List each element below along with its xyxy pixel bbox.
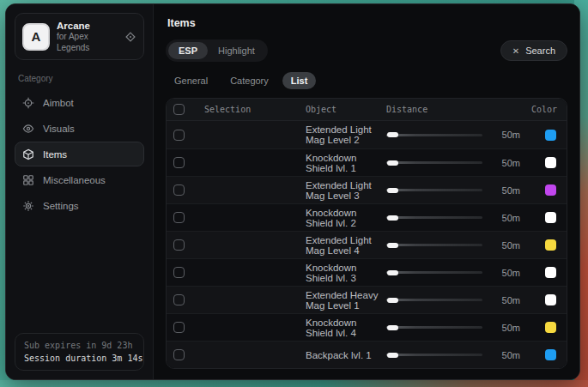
distance-slider[interactable]	[386, 184, 482, 197]
color-swatch[interactable]	[545, 157, 556, 168]
crosshair-icon	[22, 97, 34, 109]
slider-track	[386, 161, 482, 164]
object-name: Knockdown Shield lvl. 1	[306, 153, 386, 173]
row-checkbox[interactable]	[173, 239, 185, 251]
controls-row: ESP Highlight ✕ Search	[166, 39, 567, 62]
color-swatch[interactable]	[545, 212, 556, 223]
distance-cell: 50m	[386, 212, 520, 224]
row-checkbox[interactable]	[173, 212, 185, 223]
distance-cell: 50m	[386, 239, 520, 251]
sidebar-item-aimbot[interactable]: Aimbot	[15, 90, 144, 115]
distance-slider[interactable]	[386, 322, 482, 334]
category-section-label: Category	[18, 74, 141, 83]
sidebar-item-settings[interactable]: Settings	[15, 193, 144, 218]
color-swatch[interactable]	[545, 322, 556, 333]
distance-value: 50m	[494, 158, 520, 168]
slider-thumb[interactable]	[387, 215, 398, 221]
slider-track	[386, 354, 482, 356]
slider-thumb[interactable]	[387, 270, 398, 275]
distance-slider[interactable]	[386, 349, 482, 361]
mode-segmented-control: ESP Highlight	[166, 39, 268, 62]
table-row: Extended Light Mag Level 3 50m	[167, 176, 567, 203]
search-button[interactable]: ✕ Search	[500, 40, 567, 61]
row-checkbox[interactable]	[173, 322, 185, 333]
distance-value: 50m	[494, 185, 520, 196]
color-swatch[interactable]	[545, 294, 556, 305]
tab-highlight[interactable]: Highlight	[208, 42, 265, 59]
slider-thumb[interactable]	[387, 353, 398, 358]
sidebar-item-visuals[interactable]: Visuals	[15, 116, 144, 141]
column-header-color: Color	[520, 105, 558, 114]
distance-slider[interactable]	[386, 294, 482, 306]
row-checkbox[interactable]	[173, 157, 185, 168]
column-header-distance: Distance	[386, 105, 520, 114]
row-checkbox[interactable]	[173, 267, 185, 278]
table-row: Backpack lvl. 1 50m	[167, 341, 567, 368]
grid-icon	[22, 174, 34, 186]
subscription-info-card: Sub expires in 9d 23h Session duration 3…	[15, 333, 144, 371]
distance-slider[interactable]	[386, 157, 482, 169]
table-row: Knockdown Shield lvl. 1 50m	[167, 148, 567, 176]
tab-general[interactable]: General	[166, 72, 216, 89]
sub-expires-text: Sub expires in 9d 23h	[24, 341, 135, 350]
brand-text: Arcane for Apex Legends	[57, 20, 118, 53]
sidebar-item-label: Settings	[43, 201, 79, 211]
distance-value: 50m	[494, 323, 520, 333]
color-swatch[interactable]	[545, 267, 556, 278]
row-checkbox[interactable]	[173, 184, 185, 196]
diamond-badge-icon[interactable]	[124, 31, 136, 43]
distance-value: 50m	[494, 295, 520, 305]
slider-thumb[interactable]	[387, 188, 398, 193]
search-button-label: Search	[525, 45, 555, 56]
distance-value: 50m	[494, 268, 520, 278]
app-name: Arcane	[57, 20, 118, 32]
slider-track	[386, 134, 482, 136]
distance-cell: 50m	[386, 322, 520, 334]
app-window: A Arcane for Apex Legends Category Aimbo…	[5, 3, 580, 380]
distance-cell: 50m	[386, 294, 520, 306]
sidebar-item-label: Items	[43, 149, 67, 160]
sidebar-item-label: Miscellaneous	[43, 175, 106, 185]
distance-value: 50m	[494, 240, 520, 251]
page-title: Items	[167, 17, 567, 29]
slider-thumb[interactable]	[387, 132, 398, 137]
tab-esp[interactable]: ESP	[168, 42, 208, 59]
distance-slider[interactable]	[386, 212, 482, 224]
color-swatch[interactable]	[545, 239, 556, 251]
gear-icon	[22, 200, 34, 212]
distance-value: 50m	[494, 130, 520, 140]
distance-slider[interactable]	[386, 129, 482, 141]
slider-track	[386, 244, 482, 246]
sidebar: A Arcane for Apex Legends Category Aimbo…	[6, 4, 154, 379]
items-table: Selection Object Distance Color Extended…	[166, 98, 567, 369]
row-checkbox[interactable]	[173, 294, 185, 305]
search-icon: ✕	[512, 46, 519, 56]
tab-list[interactable]: List	[282, 72, 317, 89]
slider-thumb[interactable]	[387, 243, 398, 248]
table-header: Selection Object Distance Color	[167, 99, 567, 121]
column-header-object: Object	[306, 105, 386, 114]
brand-card: A Arcane for Apex Legends	[15, 13, 144, 60]
color-swatch[interactable]	[545, 349, 556, 360]
slider-thumb[interactable]	[387, 298, 398, 303]
slider-thumb[interactable]	[387, 325, 398, 330]
distance-cell: 50m	[386, 184, 520, 197]
view-tabs: General Category List	[166, 72, 567, 89]
tab-category[interactable]: Category	[221, 72, 277, 89]
slider-track	[386, 271, 482, 274]
color-swatch[interactable]	[545, 184, 556, 196]
row-checkbox[interactable]	[173, 349, 185, 360]
distance-value: 50m	[494, 350, 520, 360]
distance-slider[interactable]	[386, 267, 482, 279]
sidebar-item-items[interactable]: Items	[15, 142, 144, 166]
object-name: Extended Light Mag Level 4	[306, 235, 386, 256]
row-checkbox[interactable]	[173, 130, 185, 141]
sidebar-item-miscellaneous[interactable]: Miscellaneous	[15, 167, 144, 192]
object-name: Knockdown Shield lvl. 4	[306, 317, 386, 338]
slider-thumb[interactable]	[387, 160, 398, 166]
slider-track	[386, 216, 482, 219]
select-all-checkbox[interactable]	[173, 104, 185, 115]
color-swatch[interactable]	[545, 130, 556, 141]
column-header-selection: Selection	[204, 105, 306, 114]
distance-slider[interactable]	[386, 239, 482, 251]
